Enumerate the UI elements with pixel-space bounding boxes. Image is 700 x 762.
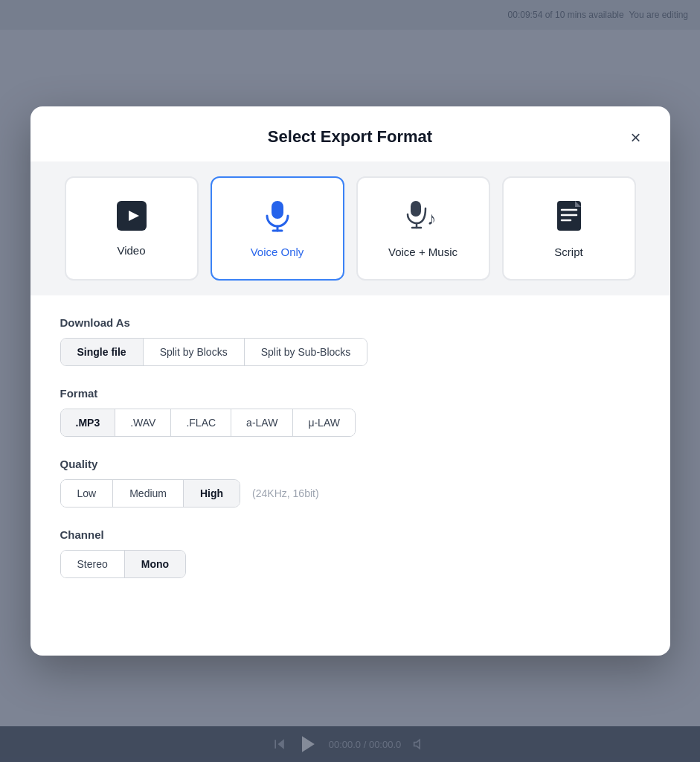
svg-rect-9 (411, 201, 421, 217)
channel-group: Stereo Mono (60, 550, 187, 578)
mic-icon (263, 199, 292, 235)
quality-high[interactable]: High (184, 480, 240, 507)
modal-title: Select Export Format (268, 127, 432, 147)
download-as-label: Download As (60, 316, 640, 329)
format-card-video-label: Video (117, 244, 145, 257)
channel-section: Channel Stereo Mono (60, 528, 640, 578)
format-section: Format .MP3 .WAV .FLAC a-LAW μ-LAW (60, 387, 640, 437)
download-as-split-sub-blocks[interactable]: Split by Sub-Blocks (245, 339, 367, 365)
channel-label: Channel (60, 528, 640, 541)
script-icon (556, 199, 582, 235)
format-card-script[interactable]: Script (502, 176, 636, 281)
quality-hint: (24KHz, 16bit) (252, 487, 318, 499)
format-card-voice-only[interactable]: Voice Only (211, 176, 344, 281)
export-format-modal: Select Export Format × Video (30, 106, 670, 656)
format-label: Format (60, 387, 640, 400)
format-card-voice-music[interactable]: ♪ Voice + Music (356, 176, 490, 281)
modal-container: Select Export Format × Video (0, 0, 700, 762)
download-as-single-file[interactable]: Single file (61, 339, 144, 365)
quality-group: Low Medium High (60, 479, 241, 508)
quality-label: Quality (60, 458, 640, 470)
format-card-video[interactable]: Video (65, 176, 199, 281)
modal-header: Select Export Format × (30, 106, 670, 161)
format-card-script-label: Script (554, 246, 582, 258)
quality-low[interactable]: Low (61, 480, 114, 507)
format-type-section: Video Voice Only (30, 161, 670, 295)
voice-music-icon: ♪ (405, 199, 442, 235)
svg-rect-6 (272, 201, 283, 219)
quality-section: Quality Low Medium High (24KHz, 16bit) (60, 458, 640, 508)
video-icon (117, 201, 147, 234)
modal-body: Download As Single file Split by Blocks … (30, 295, 670, 620)
download-as-split-blocks[interactable]: Split by Blocks (144, 339, 245, 365)
format-card-voice-music-label: Voice + Music (388, 246, 457, 258)
format-mp3[interactable]: .MP3 (61, 409, 116, 436)
channel-mono[interactable]: Mono (125, 551, 185, 577)
format-group: .MP3 .WAV .FLAC a-LAW μ-LAW (60, 409, 356, 437)
format-ulaw[interactable]: μ-LAW (293, 409, 355, 436)
format-flac[interactable]: .FLAC (171, 409, 231, 436)
svg-text:♪: ♪ (427, 209, 436, 228)
download-as-section: Download As Single file Split by Blocks … (60, 316, 640, 366)
format-wav[interactable]: .WAV (115, 409, 171, 436)
quality-row: Low Medium High (24KHz, 16bit) (60, 479, 640, 508)
format-card-voice-only-label: Voice Only (251, 246, 304, 258)
format-alaw[interactable]: a-LAW (231, 409, 293, 436)
download-as-group: Single file Split by Blocks Split by Sub… (60, 338, 368, 366)
channel-stereo[interactable]: Stereo (61, 551, 125, 577)
close-button[interactable]: × (623, 124, 649, 151)
quality-medium[interactable]: Medium (113, 480, 184, 507)
